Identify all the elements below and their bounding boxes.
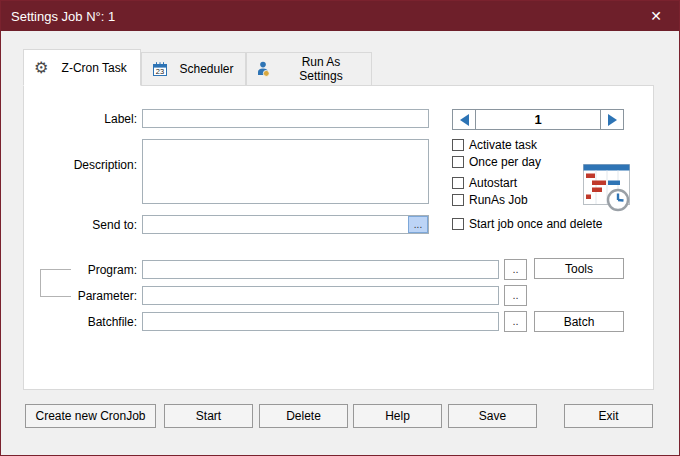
batchfile-input[interactable] [142,312,499,331]
description-field-label: Description: [34,157,137,173]
batchfile-browse-button[interactable]: .. [504,311,527,332]
title-bar: Settings Job N°: 1 ✕ [1,1,679,31]
spinner-next-button[interactable] [600,110,623,129]
settings-job-dialog: Settings Job N°: 1 ✕ ⚙ Z-Cron Task 23 Sc… [0,0,680,456]
window-title: Settings Job N°: 1 [1,9,115,24]
checkbox-label: Activate task [469,138,537,152]
checkbox-start-once-delete[interactable]: Start job once and delete [452,217,602,231]
checkbox-label: Once per day [469,155,541,169]
checkbox-box [452,218,464,230]
exit-button[interactable]: Exit [564,404,653,428]
create-new-cronjob-button[interactable]: Create new CronJob [25,404,156,428]
checkbox-once-per-day[interactable]: Once per day [452,155,541,169]
description-textarea[interactable] [142,139,429,204]
close-icon: ✕ [650,8,662,24]
checkbox-box [452,139,464,151]
tab-scheduler[interactable]: 23 Scheduler [141,52,246,85]
label-field-label: Label: [34,111,137,127]
program-field-label: Program: [34,262,137,278]
tab-strip: ⚙ Z-Cron Task 23 Scheduler [23,49,372,86]
spinner-prev-button[interactable] [453,110,476,129]
parameter-field-label: Parameter: [34,288,137,304]
checkbox-label: Autostart [469,176,517,190]
label-input[interactable] [142,109,429,128]
sendto-input[interactable] [142,215,429,234]
arrow-right-icon [608,114,617,126]
checkbox-label: Start job once and delete [469,217,602,231]
calendar-icon: 23 [152,61,168,77]
zcron-task-panel: Label: Description: Send to: ... 1 Activ… [23,85,654,390]
tab-label: Scheduler [168,62,245,76]
user-key-icon [257,61,271,77]
parameter-browse-button[interactable]: .. [504,285,527,306]
start-button[interactable]: Start [164,404,253,428]
job-number-spinner: 1 [452,109,624,130]
checkbox-box [452,177,464,189]
sendto-browse-button[interactable]: ... [408,216,428,233]
svg-text:23: 23 [156,67,164,76]
tab-label: Run As Settings [271,55,371,83]
tab-zcron-task[interactable]: ⚙ Z-Cron Task [23,49,141,86]
batchfile-field-label: Batchfile: [34,314,137,330]
checkbox-box [452,156,464,168]
checkbox-autostart[interactable]: Autostart [452,176,517,190]
batch-button[interactable]: Batch [534,311,624,332]
delete-button[interactable]: Delete [259,404,348,428]
save-button[interactable]: Save [448,404,537,428]
program-browse-button[interactable]: .. [504,259,527,280]
tools-button[interactable]: Tools [534,258,624,279]
checkbox-activate-task[interactable]: Activate task [452,138,537,152]
arrow-left-icon [460,114,469,126]
schedule-clock-icon [580,162,636,218]
close-button[interactable]: ✕ [633,1,679,31]
parameter-input[interactable] [142,286,499,305]
sendto-field-label: Send to: [34,217,137,233]
tab-label: Z-Cron Task [48,61,140,75]
checkbox-label: RunAs Job [469,193,528,207]
checkbox-runas-job[interactable]: RunAs Job [452,193,528,207]
help-button[interactable]: Help [353,404,442,428]
checkbox-box [452,194,464,206]
gear-icon: ⚙ [34,60,48,76]
program-input[interactable] [142,260,499,279]
job-number-value: 1 [476,110,600,129]
tab-run-as-settings[interactable]: Run As Settings [246,52,372,85]
